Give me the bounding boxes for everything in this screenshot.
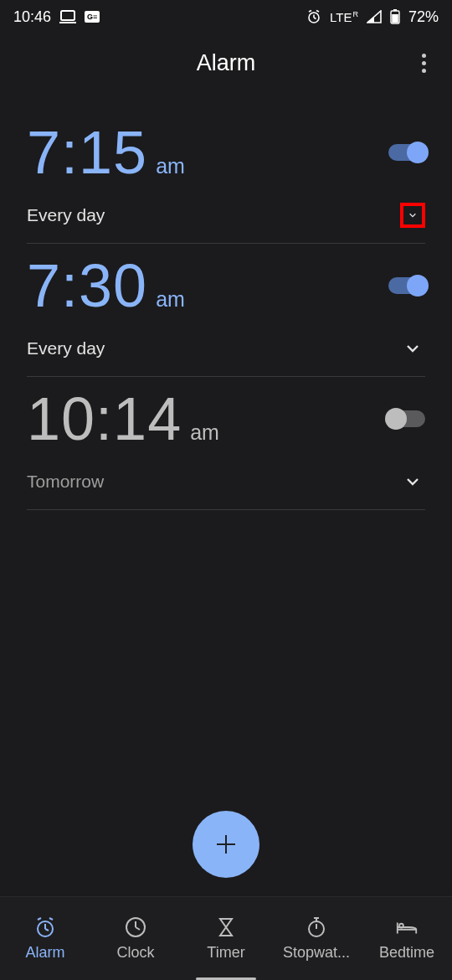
nav-label: Bedtime xyxy=(379,944,434,962)
alarm-time-button[interactable]: 7:15 am xyxy=(27,122,185,183)
alarm-time: 7:15 xyxy=(27,122,147,183)
hourglass-icon xyxy=(214,916,238,939)
add-alarm-button[interactable] xyxy=(193,811,259,878)
more-vert-icon xyxy=(422,54,426,73)
nav-label: Timer xyxy=(207,944,244,962)
clock-icon xyxy=(124,916,147,939)
bed-icon xyxy=(395,916,419,939)
nav-label: Stopwat... xyxy=(283,944,350,962)
svg-line-14 xyxy=(45,929,49,931)
news-icon: G≡ xyxy=(85,11,100,23)
alarm-item: 7:15 am Every day xyxy=(27,111,425,244)
svg-line-6 xyxy=(316,11,319,13)
chevron-down-icon xyxy=(408,208,417,223)
alarm-status-icon xyxy=(306,9,321,24)
svg-rect-0 xyxy=(61,11,74,20)
page-title: Alarm xyxy=(197,50,256,76)
nav-label: Alarm xyxy=(25,944,64,962)
alarm-time-button[interactable]: 7:30 am xyxy=(27,255,185,316)
nav-label: Clock xyxy=(116,944,154,962)
alarm-item: 10:14 am Tomorrow xyxy=(27,377,425,510)
svg-point-24 xyxy=(399,924,403,928)
svg-line-4 xyxy=(314,18,316,19)
alarm-toggle[interactable] xyxy=(388,410,425,427)
app-header: Alarm xyxy=(0,34,452,92)
svg-line-15 xyxy=(38,918,41,920)
svg-rect-8 xyxy=(393,9,397,11)
alarm-ampm: am xyxy=(156,154,185,178)
alarm-schedule-label: Every day xyxy=(27,338,105,358)
stopwatch-icon xyxy=(305,916,328,939)
battery-icon xyxy=(390,9,400,24)
alarm-toggle[interactable] xyxy=(388,277,425,294)
status-time: 10:46 xyxy=(13,8,51,26)
expand-alarm-button[interactable] xyxy=(400,336,425,361)
nav-timer[interactable]: Timer xyxy=(181,916,271,962)
alarm-schedule-label: Every day xyxy=(27,205,105,225)
alarm-time-button[interactable]: 10:14 am xyxy=(27,389,219,449)
alarm-ampm: am xyxy=(156,287,185,312)
alarm-schedule-label: Tomorrow xyxy=(27,472,104,492)
alarm-ampm: am xyxy=(190,420,219,445)
expand-alarm-button[interactable] xyxy=(400,203,425,228)
nav-clock[interactable]: Clock xyxy=(90,916,181,962)
alarm-icon xyxy=(33,916,57,939)
alarm-time: 7:30 xyxy=(27,255,147,316)
status-bar: 10:46 G≡ LTER 72% xyxy=(0,0,452,34)
nav-alarm[interactable]: Alarm xyxy=(0,916,90,962)
svg-line-16 xyxy=(49,918,53,920)
alarm-list: 7:15 am Every day 7:30 am Every day xyxy=(0,92,452,510)
svg-line-5 xyxy=(309,11,311,13)
plus-icon xyxy=(213,832,239,857)
laptop-icon xyxy=(59,10,76,23)
nav-bedtime[interactable]: Bedtime xyxy=(362,916,452,962)
svg-line-19 xyxy=(136,927,140,930)
svg-rect-9 xyxy=(392,14,398,23)
signal-icon xyxy=(367,10,382,23)
alarm-time: 10:14 xyxy=(27,389,182,449)
expand-alarm-button[interactable] xyxy=(400,469,425,494)
bottom-nav: Alarm Clock Timer Stopwat... Bedtime xyxy=(0,896,452,980)
nav-stopwatch[interactable]: Stopwat... xyxy=(271,916,362,962)
chevron-down-icon xyxy=(405,341,420,356)
overflow-menu-button[interactable] xyxy=(412,51,435,75)
status-network-label: LTER xyxy=(330,10,358,24)
alarm-item: 7:30 am Every day xyxy=(27,244,425,377)
alarm-toggle[interactable] xyxy=(388,144,425,161)
chevron-down-icon xyxy=(405,474,420,489)
status-battery-pct: 72% xyxy=(408,8,439,26)
